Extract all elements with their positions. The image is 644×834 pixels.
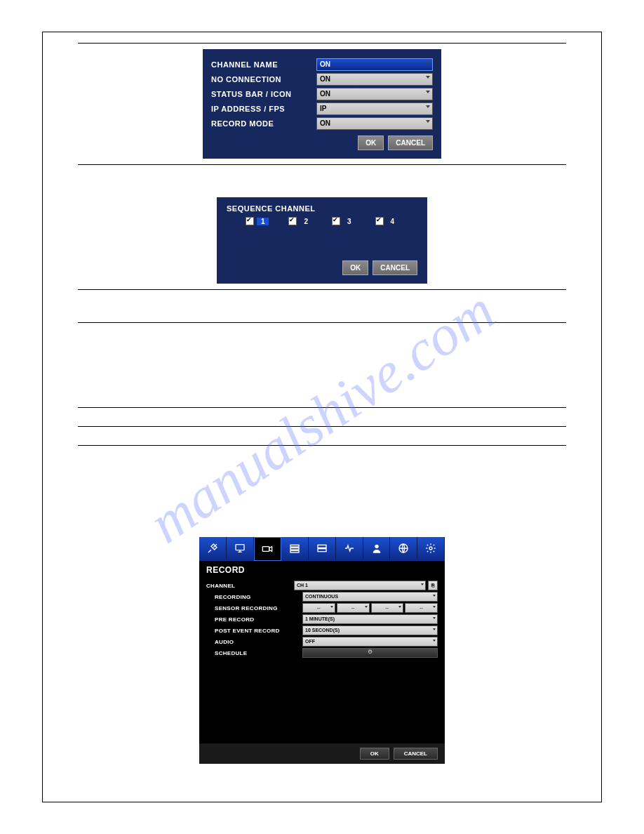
sensor-select-1[interactable]: -- [302,603,335,613]
checkbox-label: 3 [343,218,356,225]
record-panel: RECORD CHANNEL CH 1 ⎘ RECORDING CONTINUO… [199,537,445,764]
record-mode-select[interactable]: ON [316,117,433,130]
svg-rect-3 [290,548,299,550]
ok-button[interactable]: OK [360,748,389,760]
osd-label: STATUS BAR / ICON [211,90,316,98]
post-event-record-select[interactable]: 10 SECOND(S) [302,626,438,635]
sequence-checkbox-row: 1 2 3 4 [227,217,417,225]
recording-select[interactable]: CONTINUOUS [302,592,438,602]
sequence-channel-panel: SEQUENCE CHANNEL 1 2 3 4 OK CANCEL [217,197,427,284]
post-event-record-label: POST EVENT RECORD [206,628,302,634]
storage-icon[interactable] [309,537,336,560]
svg-rect-2 [290,545,299,547]
audio-select[interactable]: OFF [302,637,438,647]
camera-icon[interactable] [254,537,282,561]
svg-rect-5 [318,545,326,548]
pre-record-label: PRE RECORD [206,616,302,623]
sequence-channel-3[interactable]: 3 [332,217,356,225]
health-icon[interactable] [336,537,363,560]
record-title: RECORD [199,561,445,576]
osd-label: IP ADDRESS / FPS [211,105,316,113]
svg-rect-1 [263,547,269,552]
ok-button[interactable]: OK [342,260,368,275]
checkbox-icon [332,217,340,225]
checkbox-label: 2 [300,218,312,225]
osd-row-channel-name: CHANNEL NAME ON [211,58,433,71]
schedule-button[interactable] [302,648,438,658]
osd-label: NO CONNECTION [211,75,316,84]
osd-row-ip-address: IP ADDRESS / FPS IP [211,102,433,115]
osd-row-status-bar: STATUS BAR / ICON ON [211,88,433,100]
cancel-button[interactable]: CANCEL [394,748,438,760]
user-icon[interactable] [363,537,391,560]
ok-button[interactable]: OK [358,135,384,150]
sequence-channel-2[interactable]: 2 [288,217,312,225]
schedule-label: SCHEDULE [206,650,302,656]
settings-icon[interactable] [417,537,445,560]
checkbox-label: 1 [257,218,269,225]
status-bar-select[interactable]: ON [316,88,433,100]
no-connection-select[interactable]: ON [316,73,433,86]
channel-label: CHANNEL [206,583,294,589]
channel-select[interactable]: CH 1 [294,581,426,590]
osd-label: RECORD MODE [211,119,316,128]
svg-rect-0 [236,545,244,550]
svg-point-9 [429,547,432,550]
svg-rect-6 [318,549,326,552]
osd-label: CHANNEL NAME [211,60,316,69]
pre-record-select[interactable]: 1 MINUTE(S) [302,614,438,624]
sequence-channel-4[interactable]: 4 [375,217,399,225]
audio-label: AUDIO [206,639,302,645]
sensor-select-4[interactable]: -- [405,603,438,613]
recording-label: RECORDING [206,594,302,600]
cancel-button[interactable]: CANCEL [388,135,433,150]
sensor-recording-label: SENSOR RECORDING [206,605,302,611]
record-toolbar [199,537,445,561]
checkbox-icon [246,217,254,225]
channel-name-select[interactable]: ON [316,58,433,71]
checkbox-icon [375,217,384,225]
checkbox-label: 4 [387,218,399,225]
network-icon[interactable] [390,537,417,560]
checkbox-icon [288,217,297,225]
osd-row-record-mode: RECORD MODE ON [211,117,433,130]
osd-settings-panel: CHANNEL NAME ON NO CONNECTION ON STATUS … [203,49,441,159]
svg-rect-4 [290,550,299,552]
sensor-select-2[interactable]: -- [337,603,370,613]
display-icon[interactable] [227,537,254,560]
sequence-title: SEQUENCE CHANNEL [227,204,417,213]
schedule-icon[interactable] [281,537,309,560]
svg-point-7 [375,545,378,548]
osd-row-no-connection: NO CONNECTION ON [211,73,433,86]
sequence-channel-1[interactable]: 1 [246,217,269,225]
copy-button[interactable]: ⎘ [428,581,438,590]
tools-icon[interactable] [199,537,227,560]
cancel-button[interactable]: CANCEL [373,260,417,275]
sensor-select-3[interactable]: -- [371,603,404,613]
ip-address-select[interactable]: IP [316,102,433,115]
